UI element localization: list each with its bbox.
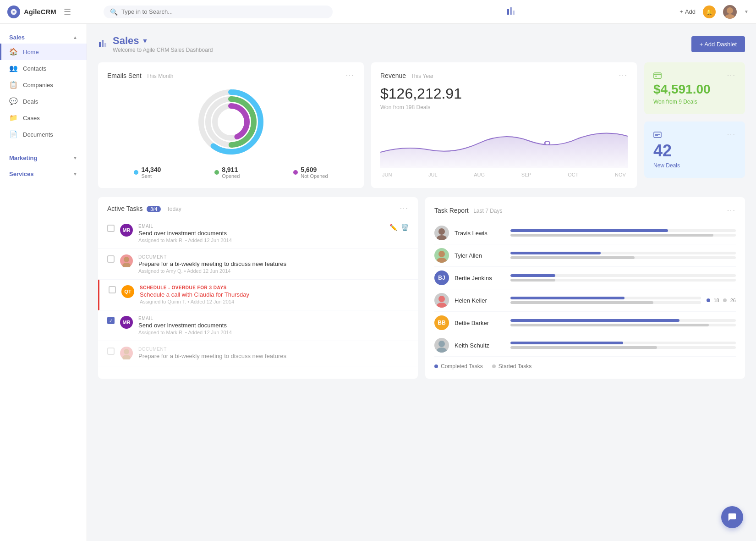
svg-point-21 — [122, 263, 131, 267]
report-name-travis: Travis Lewis — [455, 230, 505, 237]
nav-chart-icon — [506, 6, 516, 18]
task-content-1: EMAIL Send over investment documents Ass… — [138, 224, 384, 243]
task-checkbox-5[interactable] — [107, 348, 115, 355]
deals-won-icon — [653, 72, 662, 82]
task-item: DOCUMENT Prepare for a bi-weekly meeting… — [98, 249, 418, 280]
stat-sent: 14,340 Sent — [134, 166, 161, 179]
task-checkbox-2[interactable] — [107, 255, 115, 263]
bottom-row: Active Tasks 3/4 Today ··· MR EMAIL Send… — [98, 197, 745, 379]
avatar[interactable] — [723, 5, 737, 19]
task-actions-1: ✏️ 🗑️ — [389, 224, 409, 231]
revenue-card-menu[interactable]: ··· — [619, 72, 628, 80]
helen-started-count: 26 — [730, 298, 736, 303]
stat-not-opened: 5,609 Not Opened — [293, 166, 328, 179]
svg-point-27 — [437, 258, 447, 263]
dashboard-title[interactable]: Sales ▼ — [113, 35, 213, 47]
sent-dot — [134, 170, 138, 175]
main-layout: Sales ▲ 🏠 Home 👥 Contacts 📋 Companies 💬 … — [0, 24, 756, 541]
task-content-5: DOCUMENT Prepare for a bi-weekly meeting… — [138, 347, 409, 360]
dashboard-icon — [98, 38, 108, 50]
marketing-section-header[interactable]: Marketing ▼ — [0, 150, 87, 164]
search-input[interactable] — [121, 8, 326, 15]
notifications-button[interactable]: 🔔 — [703, 6, 716, 18]
services-section-header[interactable]: Services ▼ — [0, 166, 87, 180]
revenue-card: Revenue This Year ··· $126,212.91 Won fr… — [371, 62, 637, 188]
task-checkbox-1[interactable] — [107, 225, 115, 232]
progress-bars-travis — [510, 229, 736, 237]
report-header: Task Report Last 7 Days ··· — [434, 206, 736, 215]
svg-rect-6 — [99, 42, 101, 47]
month-nov: NOV — [615, 172, 626, 177]
report-avatar-tyler — [434, 248, 449, 263]
svg-rect-1 — [507, 9, 509, 15]
sidebar-item-deals[interactable]: 💬 Deals — [0, 93, 87, 110]
task-avatar-5 — [120, 347, 133, 359]
progress-bars-keith — [510, 342, 736, 349]
topnav: AgileCRM ☰ 🔍 + Add 🔔 ▼ — [0, 0, 756, 24]
main-content: Sales ▼ Welcome to Agile CRM Sales Dashb… — [87, 24, 756, 541]
started-dot — [723, 298, 727, 302]
dashboard-title-area: Sales ▼ Welcome to Agile CRM Sales Dashb… — [98, 35, 213, 53]
report-item-helen: Helen Keller 18 26 — [434, 289, 736, 312]
legend-completed-dot — [434, 364, 438, 368]
user-menu-arrow[interactable]: ▼ — [744, 9, 749, 14]
completed-dot — [707, 298, 710, 302]
sidebar-item-home[interactable]: 🏠 Home — [0, 44, 87, 60]
report-name-tyler: Tyler Allen — [455, 252, 505, 259]
svg-point-26 — [438, 251, 445, 257]
stat-opened: 8,911 Opened — [214, 166, 240, 179]
svg-rect-19 — [654, 132, 661, 138]
svg-rect-16 — [654, 73, 661, 78]
svg-rect-7 — [102, 40, 104, 47]
report-avatar-bertie: BJ — [434, 270, 449, 285]
new-deals-card: ··· 42 New Deals — [644, 121, 745, 178]
sales-section-header[interactable]: Sales ▲ — [0, 29, 87, 44]
report-avatar-bettie: BB — [434, 315, 449, 330]
sales-dropdown-arrow[interactable]: ▼ — [142, 37, 148, 44]
new-deals-count: 42 — [653, 141, 736, 160]
task-checkbox-3[interactable] — [109, 286, 116, 293]
svg-point-22 — [124, 349, 129, 354]
revenue-amount: $126,212.91 — [380, 85, 628, 102]
services-chevron-icon: ▼ — [73, 171, 77, 177]
task-checkbox-4[interactable]: ✓ — [107, 317, 115, 324]
new-deals-menu[interactable]: ··· — [727, 131, 736, 139]
add-button[interactable]: + Add — [679, 8, 696, 15]
deals-icon: 💬 — [9, 97, 17, 105]
opened-dot — [214, 170, 219, 175]
sidebar-item-documents[interactable]: 📄 Documents — [0, 126, 87, 143]
progress-bars-bertie — [510, 274, 736, 282]
report-item-travis: Travis Lewis — [434, 222, 736, 244]
deals-won-menu[interactable]: ··· — [727, 72, 736, 80]
add-dashlet-button[interactable]: + Add Dashlet — [691, 36, 745, 52]
svg-point-15 — [545, 141, 550, 145]
svg-point-20 — [124, 257, 129, 262]
sidebar-item-cases[interactable]: 📁 Cases — [0, 110, 87, 126]
progress-bars-tyler — [510, 252, 736, 259]
svg-point-5 — [725, 14, 735, 19]
search-icon: 🔍 — [110, 8, 118, 16]
sidebar-item-companies[interactable]: 📋 Companies — [0, 77, 87, 93]
report-card-menu[interactable]: ··· — [727, 206, 736, 215]
hamburger-icon[interactable]: ☰ — [64, 7, 71, 17]
task-delete-icon[interactable]: 🗑️ — [401, 224, 409, 231]
svg-point-31 — [437, 348, 447, 353]
svg-point-4 — [727, 7, 733, 14]
emails-card-menu[interactable]: ··· — [346, 72, 355, 80]
cases-icon: 📁 — [9, 114, 17, 122]
contacts-icon: 👥 — [9, 64, 17, 72]
nav-right: + Add 🔔 ▼ — [679, 5, 749, 19]
progress-bars-bettie — [510, 319, 736, 326]
svg-rect-3 — [513, 11, 515, 15]
month-sep: SEP — [521, 172, 531, 177]
legend-started-dot — [492, 364, 496, 368]
sidebar: Sales ▲ 🏠 Home 👥 Contacts 📋 Companies 💬 … — [0, 24, 87, 541]
tasks-title-area: Active Tasks 3/4 Today — [107, 204, 181, 213]
chat-bubble-button[interactable] — [721, 506, 743, 528]
sidebar-item-contacts[interactable]: 👥 Contacts — [0, 60, 87, 77]
task-item-overdue: QT SCHEDULE - OVERDUE FOR 3 DAYS Schedul… — [98, 280, 418, 310]
report-item-keith: Keith Schultz — [434, 334, 736, 357]
task-edit-icon[interactable]: ✏️ — [389, 224, 397, 231]
task-avatar-1: MR — [120, 224, 133, 237]
tasks-card-menu[interactable]: ··· — [400, 204, 409, 213]
